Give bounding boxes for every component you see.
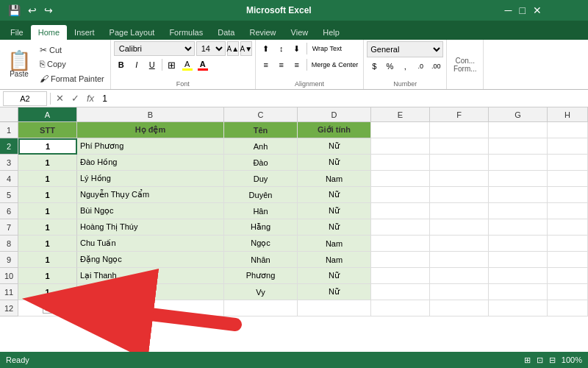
underline-button[interactable]: U <box>145 57 159 72</box>
font-name-select[interactable]: Calibri <box>114 41 195 56</box>
col-header-a[interactable]: A <box>18 107 77 122</box>
undo-button[interactable]: ↩ <box>26 3 39 18</box>
cell-c7[interactable]: Hằng <box>224 219 298 236</box>
cell-g4[interactable] <box>489 171 548 187</box>
minimize-button[interactable]: ─ <box>503 3 514 18</box>
italic-button[interactable]: I <box>129 57 144 72</box>
percent-button[interactable]: % <box>382 59 397 74</box>
cell-f6[interactable] <box>430 203 489 219</box>
align-middle-button[interactable]: ↕ <box>274 41 289 56</box>
cell-d7[interactable]: Nữ <box>298 219 371 236</box>
cell-b9[interactable]: Đặng Ngọc <box>77 252 224 268</box>
tab-view[interactable]: View <box>284 25 316 40</box>
font-size-decrease-button[interactable]: A▼ <box>240 41 252 56</box>
cell-b12[interactable] <box>77 300 224 316</box>
cell-g6[interactable] <box>489 203 548 219</box>
cell-c4[interactable]: Duy <box>224 171 298 187</box>
cell-h4[interactable] <box>548 171 588 187</box>
col-header-d[interactable]: D <box>298 107 371 122</box>
cell-f1[interactable] <box>430 122 489 138</box>
cell-g5[interactable] <box>489 187 548 203</box>
cell-a12[interactable]: ⊞ <box>18 300 77 316</box>
cell-h1[interactable] <box>548 122 588 138</box>
align-center-button[interactable]: ≡ <box>274 57 289 72</box>
fill-color-button[interactable]: A <box>180 57 195 72</box>
cell-g2[interactable] <box>489 138 548 155</box>
paste-options-icon[interactable]: ⊞ <box>43 302 53 314</box>
cell-h9[interactable] <box>548 252 588 268</box>
cell-f11[interactable] <box>430 284 489 300</box>
cell-f5[interactable] <box>430 187 489 203</box>
cell-b8[interactable]: Chu Tuấn <box>77 236 224 252</box>
cell-f9[interactable] <box>430 252 489 268</box>
cell-d8[interactable]: Nam <box>298 236 371 252</box>
cancel-formula-icon[interactable]: ✕ <box>54 93 66 104</box>
formula-input[interactable] <box>99 91 585 106</box>
cell-f3[interactable] <box>430 155 489 171</box>
cell-d9[interactable]: Nam <box>298 252 371 268</box>
cell-c8[interactable]: Ngọc <box>224 236 298 252</box>
cell-g10[interactable] <box>489 268 548 284</box>
cell-f4[interactable] <box>430 171 489 187</box>
view-normal-icon[interactable]: ⊞ <box>524 355 531 365</box>
cell-h3[interactable] <box>548 155 588 171</box>
font-size-select[interactable]: 14 <box>196 41 226 56</box>
cell-g11[interactable] <box>489 284 548 300</box>
font-size-increase-button[interactable]: A▲ <box>227 41 239 56</box>
border-button[interactable]: ⊞ <box>165 57 179 72</box>
cell-b4[interactable]: Lý Hồng <box>77 171 224 187</box>
cell-f7[interactable] <box>430 219 489 236</box>
save-button[interactable]: 💾 <box>6 3 23 18</box>
col-header-e[interactable]: E <box>371 107 430 122</box>
close-button[interactable]: ✕ <box>531 3 544 18</box>
cell-a1[interactable]: STT <box>18 122 77 138</box>
cell-d2[interactable]: Nữ <box>298 138 371 155</box>
cell-h7[interactable] <box>548 219 588 236</box>
cell-d11[interactable]: Nữ <box>298 284 371 300</box>
tab-insert[interactable]: Insert <box>67 25 102 40</box>
view-page-break-icon[interactable]: ⊟ <box>549 355 556 365</box>
cell-a8[interactable]: 1 <box>18 236 77 252</box>
cut-button[interactable]: ✂ Cut <box>37 43 107 57</box>
cell-a4[interactable]: 1 <box>18 171 77 187</box>
cell-d12[interactable] <box>298 300 371 316</box>
cell-h5[interactable] <box>548 187 588 203</box>
view-layout-icon[interactable]: ⊡ <box>537 355 543 365</box>
cell-c9[interactable]: Nhân <box>224 252 298 268</box>
cell-g7[interactable] <box>489 219 548 236</box>
cell-h12[interactable] <box>548 300 588 316</box>
cell-b10[interactable]: Lại Thanh <box>77 268 224 284</box>
col-header-f[interactable]: F <box>430 107 489 122</box>
confirm-formula-icon[interactable]: ✓ <box>69 93 82 104</box>
cell-d1[interactable]: Giới tính <box>298 122 371 138</box>
cell-c3[interactable]: Đào <box>224 155 298 171</box>
cell-d3[interactable]: Nữ <box>298 155 371 171</box>
tab-page-layout[interactable]: Page Layout <box>102 25 162 40</box>
cell-g9[interactable] <box>489 252 548 268</box>
tab-review[interactable]: Review <box>242 25 283 40</box>
tab-data[interactable]: Data <box>210 25 242 40</box>
align-bottom-button[interactable]: ⬇ <box>290 41 304 56</box>
cell-e7[interactable] <box>371 219 430 236</box>
cell-e5[interactable] <box>371 187 430 203</box>
col-header-h[interactable]: H <box>548 107 588 122</box>
cell-c6[interactable]: Hân <box>224 203 298 219</box>
cell-g3[interactable] <box>489 155 548 171</box>
align-top-button[interactable]: ⬆ <box>259 41 273 56</box>
cell-a6[interactable]: 1 <box>18 203 77 219</box>
merge-center-button[interactable]: Merge & Center <box>309 57 361 72</box>
currency-button[interactable]: $ <box>367 59 381 74</box>
cell-b6[interactable]: Bùi Ngọc <box>77 203 224 219</box>
cell-e4[interactable] <box>371 171 430 187</box>
tab-file[interactable]: File <box>3 25 31 40</box>
format-painter-button[interactable]: 🖌 Format Painter <box>37 72 107 85</box>
cell-h2[interactable] <box>548 138 588 155</box>
cell-h10[interactable] <box>548 268 588 284</box>
col-header-b[interactable]: B <box>77 107 224 122</box>
cell-f10[interactable] <box>430 268 489 284</box>
cell-e8[interactable] <box>371 236 430 252</box>
number-format-select[interactable]: General <box>367 41 443 57</box>
cell-c11[interactable]: Vy <box>224 284 298 300</box>
cell-c12[interactable] <box>224 300 298 316</box>
cell-reference-input[interactable] <box>3 91 47 106</box>
